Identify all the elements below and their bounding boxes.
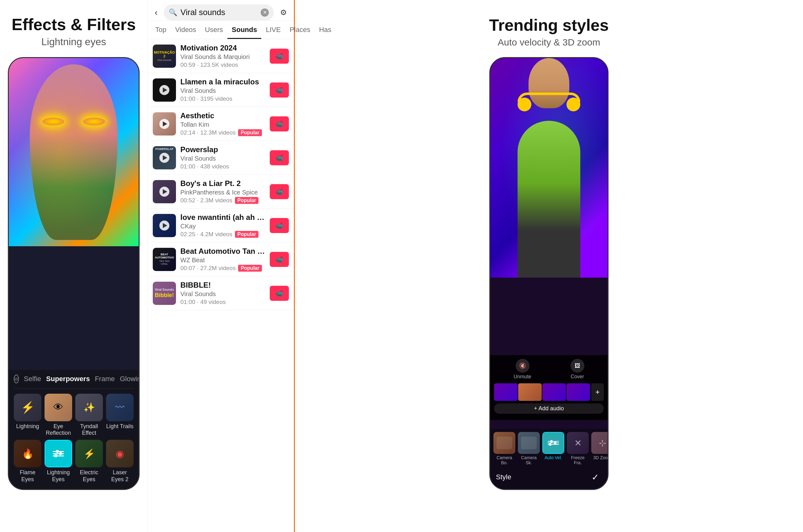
use-button-powerslap[interactable]: 📹: [270, 150, 289, 165]
sound-item-ckay[interactable]: love nwantinti (ah ah ah) CKay 02:25 · 4…: [148, 209, 294, 243]
tab-places[interactable]: Places: [285, 21, 314, 39]
clip-2[interactable]: [518, 383, 542, 401]
play-btn-liar[interactable]: [159, 187, 169, 197]
style-tool-camera-bo[interactable]: Camera Bo.: [493, 432, 515, 465]
sound-info-powerslap: Powerslap Viral Sounds 01:00 · 438 video…: [180, 145, 265, 170]
effect-lightning[interactable]: ⚡ Lightning: [14, 394, 41, 437]
sound-item-motivation[interactable]: MOTIVAÇÃO2 Viral Sounds Motivation 2024 …: [148, 39, 294, 73]
search-bar-area: ‹ 🔍 Viral sounds ✕ ⚙: [148, 0, 294, 21]
sound-item-bibble[interactable]: Viral Sounds Bibble! BIBBLE! Viral Sound…: [148, 277, 294, 310]
sound-info-liar: Boy's a Liar Pt. 2 PinkPantheress & Ice …: [180, 179, 265, 204]
tab-glowir[interactable]: Glowir: [120, 375, 139, 383]
clip-1[interactable]: [494, 383, 518, 401]
sound-meta-bibble: 01:00 · 49 videos: [180, 299, 265, 305]
effect-light-trails[interactable]: 〰 Light Trails: [106, 394, 134, 437]
sound-name-llamen: Llamen a la miraculos: [180, 77, 265, 86]
style-tool-camera-sk[interactable]: Camera Sk.: [518, 432, 540, 465]
sound-artist-llamen: Viral Sounds: [180, 87, 265, 94]
sound-meta-powerslap: 01:00 · 438 videos: [180, 163, 265, 170]
sound-item-beat[interactable]: BEATAUTOMOTIVO TAN TANVIRAL Beat Automot…: [148, 243, 294, 277]
sound-artist-aesthetic: Tollan Kim: [180, 121, 265, 128]
sound-meta-aesthetic: 02:14 · 12.3M videos Popular: [180, 129, 265, 136]
effects-grid: ⚡ Lightning 👁 Eye Reflection ✨ Tyndall E…: [14, 394, 134, 483]
use-button-llamen[interactable]: 📹: [270, 82, 289, 98]
sound-item-liar[interactable]: Boy's a Liar Pt. 2 PinkPantheress & Ice …: [148, 175, 294, 209]
effect-flame-eyes[interactable]: 🔥 Flame Eyes: [14, 440, 41, 483]
clip-3[interactable]: [542, 383, 566, 401]
tab-sounds[interactable]: Sounds: [227, 21, 262, 39]
use-button-motivation[interactable]: 📹: [270, 49, 289, 64]
use-button-beat[interactable]: 📹: [270, 252, 289, 267]
sound-name-motivation: Motivation 2024: [180, 44, 265, 52]
tab-frame[interactable]: Frame: [95, 375, 115, 383]
sound-thumb-liar: [153, 180, 176, 203]
sounds-list: MOTIVAÇÃO2 Viral Sounds Motivation 2024 …: [148, 39, 294, 532]
unmute-icon: 🔇: [516, 359, 530, 373]
sound-info-llamen: Llamen a la miraculos Viral Sounds 01:00…: [180, 77, 265, 102]
back-button[interactable]: ‹: [152, 5, 160, 20]
sound-thumb-ckay: [153, 214, 176, 237]
sound-info-bibble: BIBBLE! Viral Sounds 01:00 · 49 videos: [180, 281, 265, 305]
search-input[interactable]: Viral sounds: [180, 7, 257, 17]
face-silhouette: [30, 64, 118, 240]
popular-badge-liar: Popular: [235, 197, 259, 204]
effect-label-flame-eyes: Flame Eyes: [14, 469, 41, 483]
filter-icon[interactable]: ⚙: [278, 6, 289, 19]
tab-superpowers[interactable]: Superpowers: [46, 375, 90, 383]
no-filter-icon[interactable]: ⊘: [14, 375, 19, 383]
tab-selfie[interactable]: Selfie: [24, 375, 41, 383]
tab-videos[interactable]: Videos: [171, 21, 200, 39]
left-title: Effects & Filters: [12, 16, 136, 34]
right-panel: Trending styles Auto velocity & 3D zoom …: [295, 0, 803, 532]
search-box[interactable]: 🔍 Viral sounds ✕: [164, 4, 274, 20]
add-audio-button[interactable]: + Add audio: [494, 403, 604, 414]
use-button-bibble[interactable]: 📹: [270, 286, 289, 301]
timeline-clips: [494, 383, 590, 401]
style-tool-freeze-fr[interactable]: ✕ Freeze Fra.: [567, 432, 589, 465]
tab-hashtags[interactable]: Has: [314, 21, 336, 39]
style-check-button[interactable]: ✓: [588, 470, 602, 484]
effect-lightning-eyes[interactable]: Lightning Eyes: [44, 440, 72, 483]
sound-item-llamen[interactable]: Llamen a la miraculos Viral Sounds 01:00…: [148, 73, 294, 107]
effect-label-lightning: Lightning: [16, 423, 39, 430]
style-tool-3d-zoom[interactable]: ⊹ 3D Zoom: [591, 432, 609, 465]
use-button-ckay[interactable]: 📹: [270, 218, 289, 233]
search-clear-button[interactable]: ✕: [261, 8, 269, 17]
play-btn-llamen[interactable]: [159, 85, 169, 95]
effect-electric-eyes[interactable]: ⚡ Electric Eyes: [75, 440, 103, 483]
effect-tyndall[interactable]: ✨ Tyndall Effect: [75, 394, 103, 437]
unmute-control[interactable]: 🔇 Unmute: [514, 359, 531, 380]
timeline-area: 🔇 Unmute 🖼 Cover + + Add audio: [490, 355, 608, 420]
sound-artist-motivation: Viral Sounds & Marquiori: [180, 53, 265, 60]
effect-label-tyndall: Tyndall Effect: [75, 423, 103, 437]
sound-artist-ckay: CKay: [180, 223, 265, 230]
tab-top[interactable]: Top: [151, 21, 171, 39]
sound-info-aesthetic: Aesthetic Tollan Kim 02:14 · 12.3M video…: [180, 111, 265, 136]
tab-live[interactable]: LIVE: [261, 21, 285, 39]
sound-meta-motivation: 00:59 · 123.5K videos: [180, 61, 265, 69]
use-button-aesthetic[interactable]: 📹: [270, 116, 289, 131]
right-phone-frame: 🔇 Unmute 🖼 Cover + + Add audio: [489, 57, 609, 490]
sound-item-aesthetic[interactable]: Aesthetic Tollan Kim 02:14 · 12.3M video…: [148, 107, 294, 141]
sound-item-powerslap[interactable]: POWERSLAP Powerslap Viral Sounds 01:00 ·…: [148, 141, 294, 175]
effect-eye-reflection[interactable]: 👁 Eye Reflection: [44, 394, 72, 437]
use-button-liar[interactable]: 📹: [270, 184, 289, 199]
sound-thumb-powerslap: POWERSLAP: [153, 146, 176, 169]
sound-meta-beat: 00:07 · 27.2M videos Popular: [180, 265, 265, 272]
right-title: Trending styles: [489, 16, 609, 35]
effect-laser-eyes-2[interactable]: ◉ Laser Eyes 2: [106, 440, 134, 483]
add-clip-button[interactable]: +: [591, 383, 604, 401]
play-btn-aesthetic[interactable]: [159, 119, 169, 129]
effect-label-lightning-eyes: Lightning Eyes: [44, 469, 72, 483]
play-btn-powerslap[interactable]: [159, 153, 169, 163]
play-btn-ckay[interactable]: [159, 221, 169, 231]
right-photo-area: [490, 58, 608, 278]
sound-info-motivation: Motivation 2024 Viral Sounds & Marquiori…: [180, 44, 265, 69]
style-tool-auto-vel[interactable]: Auto Vel.: [542, 432, 564, 465]
tab-users[interactable]: Users: [200, 21, 227, 39]
effect-label-laser-eyes-2: Laser Eyes 2: [106, 469, 134, 483]
style-label: Style: [496, 473, 511, 481]
timeline-controls: 🔇 Unmute 🖼 Cover: [494, 359, 604, 380]
cover-control[interactable]: 🖼 Cover: [571, 359, 585, 380]
clip-4[interactable]: [567, 383, 590, 401]
